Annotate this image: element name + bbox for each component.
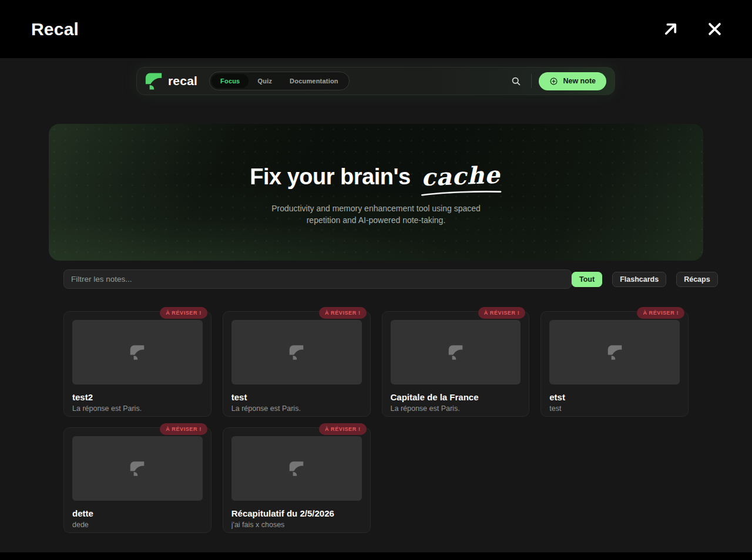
note-description: test	[549, 404, 680, 413]
recal-logo-icon	[130, 461, 145, 477]
note-thumbnail	[231, 320, 362, 384]
navbar-right: New note	[508, 72, 606, 90]
app-surface: recal Focus Quiz Documentation New note …	[0, 58, 752, 552]
note-description: La réponse est Paris.	[391, 404, 521, 413]
filter-row: Tout Flashcards Récaps	[63, 269, 689, 289]
close-icon[interactable]	[706, 20, 724, 38]
note-description: La réponse est Paris.	[72, 404, 203, 413]
note-thumbnail	[72, 436, 203, 501]
note-thumbnail	[72, 320, 203, 384]
note-card[interactable]: À RÉVISER ! dette dede	[63, 427, 212, 533]
filter-button[interactable]: Récaps	[676, 272, 717, 287]
new-note-label: New note	[563, 77, 596, 85]
filter-button[interactable]: Flashcards	[612, 272, 666, 287]
navbar: recal Focus Quiz Documentation New note	[136, 67, 615, 95]
note-title: test	[231, 392, 362, 402]
search-button[interactable]	[508, 73, 524, 89]
revise-badge: À RÉVISER !	[319, 423, 367, 435]
hero-title-script: cache	[418, 160, 503, 191]
note-title: dette	[72, 508, 203, 518]
revise-badge: À RÉVISER !	[160, 307, 207, 319]
open-external-icon[interactable]	[662, 20, 680, 38]
window-title: Recal	[31, 19, 79, 39]
hero-banner: Fix your brain's cache Productivity and …	[49, 124, 703, 261]
filter-buttons: Tout Flashcards Récaps	[572, 272, 718, 287]
note-card[interactable]: À RÉVISER ! Capitale de la France La rép…	[382, 311, 530, 417]
note-thumbnail	[391, 320, 521, 384]
notes-grid: À RÉVISER ! test2 La réponse est Paris. …	[63, 311, 689, 533]
note-description: j'ai fais x choses	[231, 521, 362, 529]
window-actions	[662, 20, 724, 38]
recal-logo-icon	[607, 345, 622, 360]
nav-tab[interactable]: Quiz	[249, 74, 281, 88]
filter-notes-input[interactable]	[63, 269, 572, 289]
recal-logo-icon	[289, 461, 304, 477]
recal-logo-icon	[448, 345, 463, 360]
note-description: La réponse est Paris.	[231, 404, 362, 413]
hero-title: Fix your brain's cache	[250, 162, 502, 190]
window-titlebar: Recal	[0, 0, 752, 58]
revise-badge: À RÉVISER !	[478, 307, 526, 319]
nav-tabs: Focus Quiz Documentation	[209, 72, 350, 90]
note-title: etst	[549, 392, 680, 402]
note-description: dede	[72, 521, 203, 529]
note-card[interactable]: À RÉVISER ! etst test	[540, 311, 689, 417]
window-bottom-bar	[0, 552, 752, 560]
note-title: Récapitulatif du 2/5/2026	[231, 508, 362, 518]
note-card[interactable]: À RÉVISER ! test La réponse est Paris.	[223, 311, 371, 417]
recal-logo-icon	[145, 72, 162, 90]
nav-tab[interactable]: Focus	[212, 74, 249, 88]
revise-badge: À RÉVISER !	[319, 307, 367, 319]
note-title: Capitale de la France	[391, 392, 521, 402]
hero-subtitle: Productivity and memory enhancement tool…	[270, 203, 482, 227]
new-note-button[interactable]: New note	[539, 72, 606, 90]
note-card[interactable]: À RÉVISER ! test2 La réponse est Paris.	[63, 311, 212, 417]
revise-badge: À RÉVISER !	[637, 307, 684, 319]
filter-button[interactable]: Tout	[572, 272, 602, 287]
recal-logo-icon	[130, 345, 145, 360]
revise-badge: À RÉVISER !	[160, 423, 207, 435]
hero-title-main: Fix your brain's	[250, 164, 410, 190]
note-card[interactable]: À RÉVISER ! Récapitulatif du 2/5/2026 j'…	[223, 427, 371, 533]
search-icon	[511, 76, 521, 86]
note-thumbnail	[549, 320, 680, 384]
brand-name: recal	[168, 74, 197, 88]
recal-logo-icon	[289, 345, 304, 360]
hero-content: Fix your brain's cache Productivity and …	[49, 124, 703, 261]
nav-divider	[531, 74, 532, 88]
nav-tab[interactable]: Documentation	[281, 74, 347, 88]
plus-circle-icon	[549, 77, 558, 86]
note-thumbnail	[231, 436, 362, 501]
note-title: test2	[72, 392, 203, 402]
